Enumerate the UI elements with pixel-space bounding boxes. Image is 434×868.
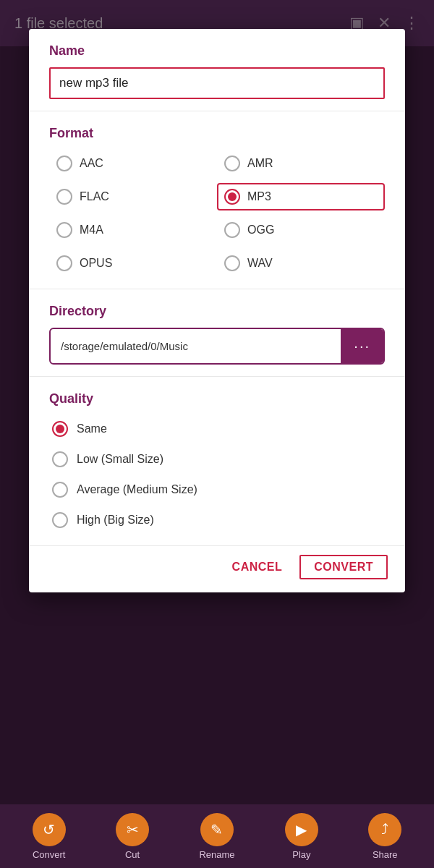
format-grid: AAC AMR FLAC MP3 xyxy=(49,150,385,277)
quality-option-low[interactable]: Low (Small Size) xyxy=(49,446,385,473)
radio-aac xyxy=(56,156,72,171)
radio-ogg xyxy=(224,222,240,238)
format-option-m4a[interactable]: M4A xyxy=(49,216,217,244)
format-label-mp3: MP3 xyxy=(247,190,271,203)
radio-opus xyxy=(56,255,72,271)
format-section: Format AAC AMR FLAC xyxy=(29,111,405,289)
share-icon-circle: ⤴ xyxy=(368,813,401,846)
dialog-overlay: Name Format AAC AMR FLAC xyxy=(0,0,434,868)
dialog-actions: CANCEL CONVERT xyxy=(29,546,405,592)
format-section-title: Format xyxy=(49,126,385,141)
toolbar-item-rename[interactable]: ✎ Rename xyxy=(199,813,234,860)
bottom-toolbar: ↺ Convert ✂ Cut ✎ Rename ▶ Play ⤴ Share xyxy=(0,804,434,868)
radio-same-inner xyxy=(56,425,64,433)
cut-icon: ✂ xyxy=(127,821,139,838)
directory-browse-button[interactable]: ··· xyxy=(341,329,383,363)
radio-mp3-inner xyxy=(228,192,237,201)
format-option-wav[interactable]: WAV xyxy=(217,250,385,277)
directory-section-title: Directory xyxy=(49,304,385,319)
format-option-flac[interactable]: FLAC xyxy=(49,183,217,210)
format-label-aac: AAC xyxy=(80,157,103,170)
quality-option-same[interactable]: Same xyxy=(49,415,385,443)
toolbar-label-share: Share xyxy=(373,849,398,860)
radio-wav xyxy=(224,255,240,271)
directory-row: /storage/emulated/0/Music ··· xyxy=(49,328,385,365)
radio-flac xyxy=(56,189,72,205)
radio-low xyxy=(52,451,68,467)
format-label-flac: FLAC xyxy=(80,190,109,203)
quality-label-average: Average (Medium Size) xyxy=(77,483,197,496)
radio-mp3 xyxy=(224,189,240,205)
quality-option-average[interactable]: Average (Medium Size) xyxy=(49,476,385,503)
play-icon: ▶ xyxy=(296,821,307,838)
radio-high xyxy=(52,512,68,528)
convert-icon-circle: ↺ xyxy=(33,813,66,846)
convert-dialog: Name Format AAC AMR FLAC xyxy=(29,29,405,592)
cancel-button[interactable]: CANCEL xyxy=(226,556,289,578)
play-icon-circle: ▶ xyxy=(285,813,318,846)
quality-option-high[interactable]: High (Big Size) xyxy=(49,506,385,534)
format-option-amr[interactable]: AMR xyxy=(217,150,385,177)
toolbar-label-rename: Rename xyxy=(199,849,234,860)
format-option-mp3[interactable]: MP3 xyxy=(217,183,385,210)
directory-section: Directory /storage/emulated/0/Music ··· xyxy=(29,289,405,377)
name-input[interactable] xyxy=(49,67,385,99)
format-option-ogg[interactable]: OGG xyxy=(217,216,385,244)
quality-section: Quality Same Low (Small Size) Average (M… xyxy=(29,377,405,546)
cut-icon-circle: ✂ xyxy=(116,813,149,846)
name-section: Name xyxy=(29,29,405,111)
toolbar-item-share[interactable]: ⤴ Share xyxy=(368,813,401,860)
format-label-wav: WAV xyxy=(247,257,273,270)
radio-m4a xyxy=(56,222,72,238)
quality-label-low: Low (Small Size) xyxy=(77,453,163,466)
browse-dots-icon: ··· xyxy=(354,338,370,354)
quality-section-title: Quality xyxy=(49,391,385,407)
format-label-opus: OPUS xyxy=(80,257,112,270)
radio-same xyxy=(52,421,68,437)
convert-icon: ↺ xyxy=(43,821,55,838)
format-option-aac[interactable]: AAC xyxy=(49,150,217,177)
toolbar-item-cut[interactable]: ✂ Cut xyxy=(116,813,149,860)
quality-list: Same Low (Small Size) Average (Medium Si… xyxy=(49,415,385,534)
format-label-m4a: M4A xyxy=(80,224,103,237)
share-icon: ⤴ xyxy=(381,821,388,838)
toolbar-label-play: Play xyxy=(292,849,310,860)
toolbar-label-cut: Cut xyxy=(125,849,140,860)
toolbar-item-convert[interactable]: ↺ Convert xyxy=(33,813,66,860)
convert-button[interactable]: CONVERT xyxy=(299,555,388,579)
name-section-title: Name xyxy=(49,43,385,59)
directory-path: /storage/emulated/0/Music xyxy=(51,331,341,361)
rename-icon: ✎ xyxy=(210,821,223,838)
radio-average xyxy=(52,482,68,498)
toolbar-label-convert: Convert xyxy=(33,849,66,860)
format-label-amr: AMR xyxy=(247,157,273,170)
format-option-opus[interactable]: OPUS xyxy=(49,250,217,277)
format-label-ogg: OGG xyxy=(247,224,274,237)
quality-label-same: Same xyxy=(77,422,107,435)
radio-amr xyxy=(224,156,240,171)
quality-label-high: High (Big Size) xyxy=(77,514,154,527)
rename-icon-circle: ✎ xyxy=(200,813,234,846)
toolbar-item-play[interactable]: ▶ Play xyxy=(285,813,318,860)
